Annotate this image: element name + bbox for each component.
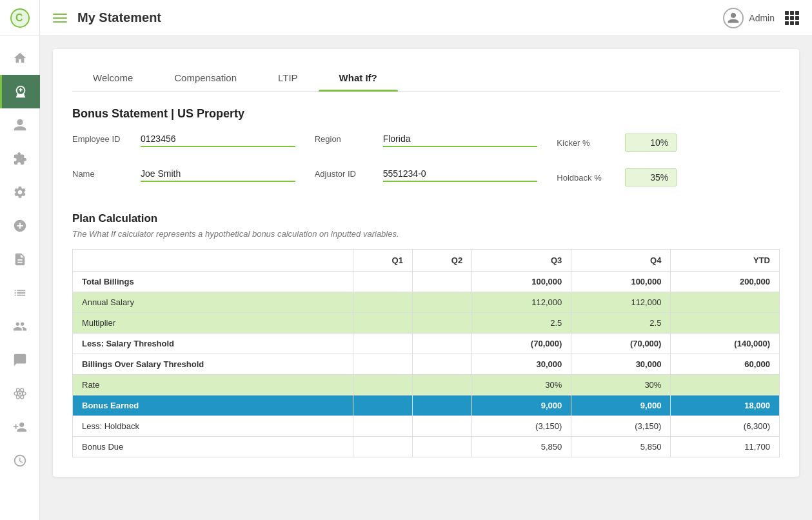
settings-icon — [13, 185, 27, 199]
menu-button[interactable] — [53, 14, 67, 23]
region-value: Florida — [383, 134, 538, 147]
cell-q2 — [412, 334, 471, 354]
section-title: Bonus Statement | US Property — [72, 107, 780, 121]
cell-q1 — [353, 437, 412, 457]
user-menu[interactable]: Admin — [723, 8, 775, 28]
cell-q4: 30,000 — [571, 354, 671, 375]
document-icon — [13, 252, 27, 266]
cell-q3: 112,000 — [472, 292, 571, 313]
kicker-value[interactable]: 10% — [625, 134, 677, 152]
page-title: My Statement — [77, 10, 713, 25]
content-area: Welcome Compensation LTIP What If? Bonus… — [40, 36, 812, 520]
cell-q1 — [353, 334, 412, 354]
cell-q2 — [412, 313, 471, 334]
name-value: Joe Smith — [141, 168, 295, 182]
table-row: Less: Holdback(3,150)(3,150)(6,300) — [73, 416, 780, 437]
table-row: Bonus Due5,8505,85011,700 — [73, 437, 780, 457]
col-header-q3: Q3 — [472, 250, 571, 272]
sidebar-item-add[interactable] — [0, 209, 40, 243]
cell-ytd: (6,300) — [671, 416, 780, 437]
tab-ltip[interactable]: LTIP — [257, 65, 319, 91]
tab-welcome[interactable]: Welcome — [72, 65, 153, 91]
tab-bar: Welcome Compensation LTIP What If? — [72, 65, 780, 92]
tab-what-if[interactable]: What If? — [319, 65, 398, 91]
holdback-value[interactable]: 35% — [625, 168, 677, 186]
cell-q1 — [353, 395, 412, 416]
cell-ytd: 200,000 — [671, 272, 780, 292]
sidebar-item-team[interactable] — [0, 310, 40, 343]
sidebar-item-atom[interactable] — [0, 377, 40, 410]
cell-label: Rate — [73, 375, 353, 395]
cell-q1 — [353, 292, 412, 313]
sidebar-item-chat[interactable] — [0, 343, 40, 377]
atom-icon — [13, 386, 27, 401]
person-icon — [13, 118, 27, 132]
cell-q3: (3,150) — [472, 416, 571, 437]
sidebar-item-clock[interactable] — [0, 444, 40, 477]
table-row: Bonus Earned9,0009,00018,000 — [73, 395, 780, 416]
cell-label: Less: Holdback — [73, 416, 353, 437]
table-row: Less: Salary Threshold(70,000)(70,000)(1… — [73, 334, 780, 354]
main-card: Welcome Compensation LTIP What If? Bonus… — [53, 49, 799, 477]
cell-ytd — [671, 375, 780, 395]
sidebar-item-org-chart[interactable] — [0, 75, 40, 108]
tab-compensation[interactable]: Compensation — [153, 65, 257, 91]
app-grid-button[interactable] — [785, 11, 799, 25]
cell-q4: (3,150) — [571, 416, 671, 437]
cell-ytd: (140,000) — [671, 334, 780, 354]
cell-ytd: 60,000 — [671, 354, 780, 375]
svg-text:C: C — [15, 12, 23, 23]
team-icon — [13, 319, 27, 334]
logo-icon: C — [10, 8, 30, 28]
sidebar-item-person-add[interactable] — [0, 410, 40, 444]
sidebar-item-person[interactable] — [0, 108, 40, 142]
region-label: Region — [315, 134, 373, 144]
table-row: Total Billings100,000100,000200,000 — [73, 272, 780, 292]
col-header-q1: Q1 — [353, 250, 412, 272]
cell-q2 — [412, 395, 471, 416]
sidebar-item-puzzle[interactable] — [0, 142, 40, 175]
col-header-q4: Q4 — [571, 250, 671, 272]
app-logo[interactable]: C — [0, 0, 40, 36]
cell-label: Multiplier — [73, 313, 353, 334]
avatar — [723, 8, 744, 28]
sidebar-item-home[interactable] — [0, 41, 40, 75]
cell-q3: 9,000 — [472, 395, 571, 416]
kicker-label: Kicker % — [557, 138, 615, 148]
sidebar-item-list[interactable] — [0, 276, 40, 310]
cell-q3: 2.5 — [472, 313, 571, 334]
name-field: Name Joe Smith — [72, 168, 295, 186]
list-icon — [13, 286, 27, 300]
holdback-label: Holdback % — [557, 173, 615, 183]
cell-q3: (70,000) — [472, 334, 571, 354]
sidebar: C — [0, 0, 40, 520]
clock-icon — [13, 454, 27, 468]
cell-q2 — [412, 272, 471, 292]
holdback-field: Holdback % 35% — [557, 168, 780, 186]
cell-q4: 9,000 — [571, 395, 671, 416]
name-label: Name — [72, 169, 130, 179]
adjustor-label: Adjustor ID — [315, 169, 373, 179]
cell-q2 — [412, 437, 471, 457]
sidebar-item-settings[interactable] — [0, 175, 40, 209]
chat-icon — [13, 353, 27, 367]
form-section: Employee ID 0123456 Region Florida Kicke… — [72, 134, 780, 194]
cell-q2 — [412, 375, 471, 395]
cell-q4: 112,000 — [571, 292, 671, 313]
cell-q2 — [412, 354, 471, 375]
adjustor-field: Adjustor ID 5551234-0 — [315, 168, 538, 186]
sidebar-item-document[interactable] — [0, 243, 40, 276]
cell-label: Less: Salary Threshold — [73, 334, 353, 354]
table-header-row: Q1 Q2 Q3 Q4 YTD — [73, 250, 780, 272]
topbar-right: Admin — [723, 8, 799, 28]
cell-label: Bonus Due — [73, 437, 353, 457]
cell-q2 — [412, 292, 471, 313]
table-row: Rate30%30% — [73, 375, 780, 395]
kicker-field: Kicker % 10% — [557, 134, 780, 152]
calculation-table: Q1 Q2 Q3 Q4 YTD Total Billings100,000100… — [72, 249, 780, 457]
cell-q1 — [353, 313, 412, 334]
user-name: Admin — [749, 13, 775, 23]
cell-label: Billings Over Salary Threshold — [73, 354, 353, 375]
cell-q4: 100,000 — [571, 272, 671, 292]
cell-q1 — [353, 272, 412, 292]
